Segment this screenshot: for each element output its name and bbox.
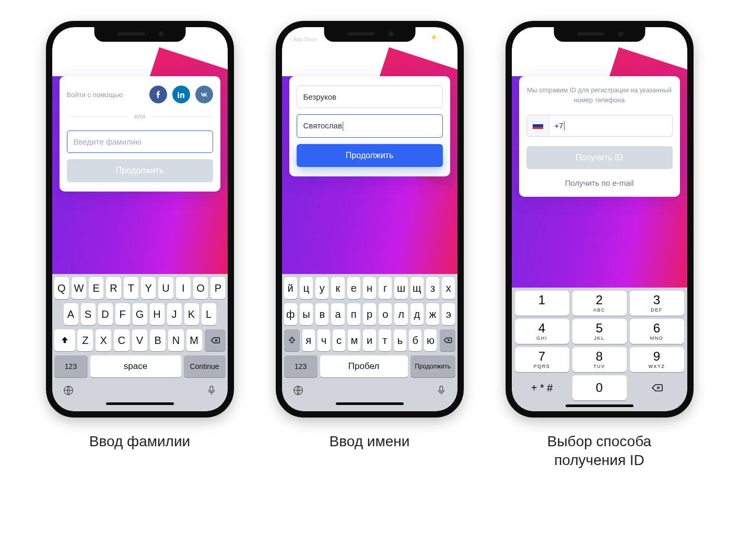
key-з[interactable]: з [426, 277, 439, 299]
key-f[interactable]: F [115, 303, 130, 325]
key-1[interactable]: 1 [515, 291, 569, 316]
key-r[interactable]: R [106, 277, 121, 299]
key-ю[interactable]: ю [424, 329, 437, 351]
vk-button[interactable] [195, 86, 213, 103]
key-ь[interactable]: ь [394, 329, 406, 351]
home-indicator[interactable] [566, 404, 634, 407]
back-button[interactable] [60, 52, 77, 64]
key-2[interactable]: 2ABC [572, 291, 627, 316]
key-j[interactable]: J [167, 303, 182, 325]
backspace-key[interactable] [630, 375, 684, 400]
key-u[interactable]: U [158, 277, 173, 299]
key-y[interactable]: Y [141, 277, 156, 299]
globe-key[interactable] [292, 385, 304, 398]
key-ж[interactable]: ж [426, 303, 439, 325]
key-е[interactable]: е [347, 277, 360, 299]
key-g[interactable]: G [133, 303, 147, 325]
key-z[interactable]: Z [77, 329, 93, 351]
continue-button[interactable]: Продолжить [67, 159, 213, 182]
numbers-key[interactable]: 123 [54, 355, 88, 377]
key-q[interactable]: Q [54, 277, 69, 299]
symbols-key[interactable]: + * # [515, 375, 569, 400]
key-t[interactable]: T [124, 277, 138, 299]
backspace-key[interactable] [205, 329, 226, 351]
key-n[interactable]: N [168, 329, 184, 351]
continue-button[interactable]: Продолжить [297, 144, 443, 167]
key-o[interactable]: O [193, 277, 208, 299]
key-э[interactable]: э [442, 303, 455, 325]
back-button[interactable] [519, 52, 537, 64]
country-flag[interactable] [527, 115, 549, 136]
key-ф[interactable]: ф [284, 303, 297, 325]
key-9[interactable]: 9WXYZ [630, 347, 684, 372]
key-п[interactable]: п [347, 303, 360, 325]
key-i[interactable]: I [176, 277, 191, 299]
key-н[interactable]: н [363, 277, 376, 299]
space-key[interactable]: space [90, 355, 181, 377]
key-с[interactable]: с [333, 329, 345, 351]
mic-key[interactable] [436, 385, 447, 398]
surname-filled[interactable]: Безруков [297, 86, 443, 108]
key-б[interactable]: б [409, 329, 421, 351]
facebook-button[interactable] [149, 86, 167, 103]
back-button[interactable] [289, 52, 307, 64]
key-c[interactable]: C [114, 329, 130, 351]
key-я[interactable]: я [302, 329, 315, 351]
key-b[interactable]: B [150, 329, 166, 351]
key-в[interactable]: в [315, 303, 329, 325]
get-id-button[interactable]: Получить ID [526, 146, 673, 169]
key-v[interactable]: V [132, 329, 148, 351]
key-7[interactable]: 7PQRS [515, 347, 569, 372]
action-key[interactable]: Continue [184, 355, 226, 377]
shift-key[interactable] [54, 329, 75, 351]
globe-key[interactable] [63, 385, 74, 398]
key-0[interactable]: 0 [572, 375, 627, 400]
action-key[interactable]: Продолжить [410, 355, 455, 377]
key-и[interactable]: и [363, 329, 376, 351]
get-by-email-link[interactable]: Получить по e-mail [526, 178, 673, 187]
name-input[interactable]: Святослав [297, 114, 443, 138]
phone-input[interactable]: +7 [526, 115, 673, 137]
key-х[interactable]: х [442, 277, 455, 299]
return-to-app[interactable]: App Store [288, 37, 316, 42]
key-w[interactable]: W [72, 277, 86, 299]
home-indicator[interactable] [336, 402, 404, 405]
key-щ[interactable]: щ [410, 277, 424, 299]
key-h[interactable]: H [150, 303, 165, 325]
key-k[interactable]: K [184, 303, 199, 325]
key-ы[interactable]: ы [300, 303, 313, 325]
key-о[interactable]: о [379, 303, 392, 325]
key-л[interactable]: л [394, 303, 407, 325]
key-p[interactable]: P [210, 277, 225, 299]
space-key[interactable]: Пробел [320, 355, 408, 377]
key-ч[interactable]: ч [318, 329, 330, 351]
key-й[interactable]: й [284, 277, 297, 299]
key-р[interactable]: р [363, 303, 376, 325]
backspace-key[interactable] [440, 329, 455, 351]
key-г[interactable]: г [379, 277, 392, 299]
key-3[interactable]: 3DEF [630, 291, 684, 316]
key-m[interactable]: M [186, 329, 202, 351]
key-4[interactable]: 4GHI [515, 319, 569, 344]
key-x[interactable]: X [96, 329, 111, 351]
key-6[interactable]: 6MNO [630, 319, 684, 344]
home-indicator[interactable] [106, 402, 174, 405]
surname-input[interactable] [67, 130, 213, 153]
key-5[interactable]: 5JKL [572, 319, 627, 344]
key-т[interactable]: т [379, 329, 391, 351]
key-l[interactable]: L [202, 303, 216, 325]
key-а[interactable]: а [331, 303, 344, 325]
linkedin-button[interactable] [172, 86, 190, 103]
key-s[interactable]: S [81, 303, 96, 325]
key-к[interactable]: к [331, 277, 344, 299]
key-a[interactable]: A [64, 303, 78, 325]
mic-key[interactable] [206, 385, 217, 398]
key-8[interactable]: 8TUV [572, 347, 627, 372]
key-д[interactable]: д [410, 303, 424, 325]
key-e[interactable]: E [89, 277, 103, 299]
key-у[interactable]: у [315, 277, 329, 299]
numbers-key[interactable]: 123 [284, 355, 318, 377]
key-ш[interactable]: ш [394, 277, 407, 299]
key-ц[interactable]: ц [300, 277, 313, 299]
key-d[interactable]: D [98, 303, 113, 325]
